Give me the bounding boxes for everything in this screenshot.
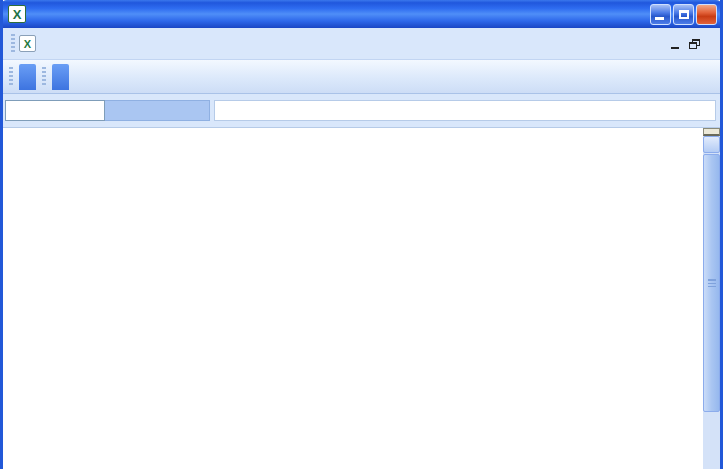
scroll-up-button[interactable]	[703, 136, 720, 153]
title-bar: X	[0, 0, 723, 28]
menubar-grip-handle[interactable]	[11, 34, 15, 54]
menu-bar: X	[3, 28, 720, 60]
name-box-extension	[105, 100, 210, 121]
scrollbar-thumb[interactable]	[703, 154, 720, 412]
standard-toolbar-overflow-button[interactable]	[19, 64, 36, 90]
cell-name-box[interactable]	[5, 100, 105, 121]
formatting-toolbar-grip-handle[interactable]	[42, 67, 46, 87]
split-handle[interactable]	[703, 128, 720, 136]
close-button[interactable]	[696, 4, 717, 25]
workbook-minimize-icon[interactable]	[671, 47, 679, 49]
toolbar-row	[3, 60, 720, 94]
formatting-toolbar-overflow-button[interactable]	[52, 64, 69, 90]
formula-bar	[3, 94, 720, 128]
workbook-restore-icon[interactable]	[689, 39, 700, 49]
workbook-window-controls	[671, 39, 710, 49]
maximize-icon	[679, 10, 689, 19]
workbook-icon[interactable]: X	[19, 35, 36, 52]
minimize-button[interactable]	[650, 4, 671, 25]
spreadsheet-grid	[3, 128, 703, 469]
formula-input[interactable]	[214, 100, 716, 121]
standard-toolbar-grip-handle[interactable]	[9, 67, 13, 87]
thumb-grip-icon	[708, 279, 716, 287]
maximize-button[interactable]	[673, 4, 694, 25]
excel-app-icon: X	[8, 5, 26, 23]
minimize-icon	[655, 17, 664, 20]
excel-window: X X	[0, 0, 723, 469]
vertical-scrollbar[interactable]	[703, 128, 720, 469]
